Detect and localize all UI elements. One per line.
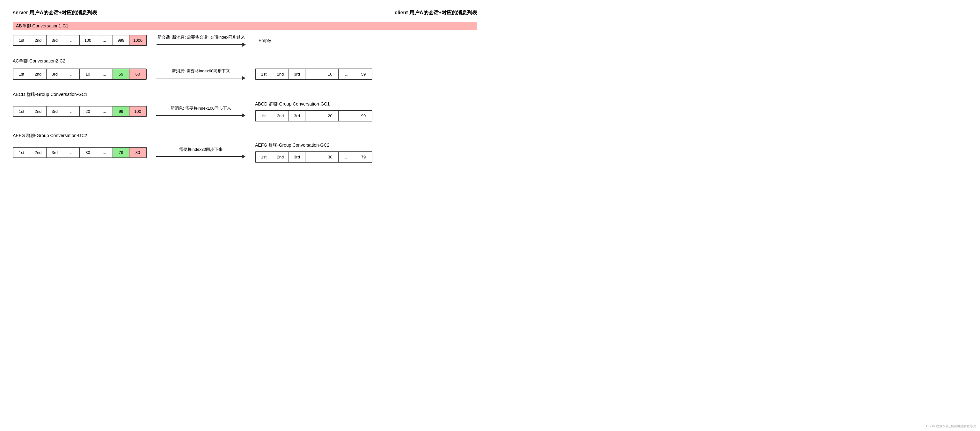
client-cell-row2-2: 3rd xyxy=(289,69,305,79)
arrow-line-row3 xyxy=(156,113,245,118)
server-cell-row2-0: 1st xyxy=(13,69,30,79)
top-headers: server 用户A的会话+对应的消息列表 client 用户A的会话+对应的消… xyxy=(13,10,477,16)
client-cell-row2-4: 10 xyxy=(322,69,339,79)
server-msg-list-row4: 1st2nd3rd..30...7980 xyxy=(13,147,146,158)
server-cell-row3-3: .. xyxy=(63,107,80,116)
client-cell-row4-0: 1st xyxy=(256,152,272,162)
server-cell-row1-3: .. xyxy=(63,35,80,45)
client-cell-row2-0: 1st xyxy=(256,69,272,79)
client-cell-row3-5: ... xyxy=(339,111,355,121)
arrow-label-row4: 需要将index80同步下来 xyxy=(179,146,223,153)
line-row2 xyxy=(156,78,242,78)
server-conv-title-row3: ABCD 群聊-Group Conversation-GC1 xyxy=(13,92,477,97)
server-cell-row3-2: 3rd xyxy=(46,107,63,116)
server-msg-list-row1: 1st2nd3rd..100...9991000 xyxy=(13,35,147,46)
client-cell-row4-5: ... xyxy=(339,152,355,162)
server-cell-row2-1: 2nd xyxy=(30,69,46,79)
row-group-row2: AC单聊-Conversation2-C21st2nd3rd..10...596… xyxy=(13,58,477,81)
server-cell-row3-0: 1st xyxy=(13,107,30,116)
server-msg-list-row3: 1st2nd3rd..20...99100 xyxy=(13,106,146,117)
arrow-area-row4: 需要将index80同步下来 xyxy=(156,146,245,159)
row-group-row1: AB单聊-Conversation1-C11st2nd3rd..100...99… xyxy=(13,22,477,47)
client-msg-list-row4: 1st2nd3rd..30...79 xyxy=(255,151,372,162)
arrowhead-row1 xyxy=(242,42,246,47)
server-conv-title-row2: AC单聊-Conversation2-C2 xyxy=(13,58,477,64)
client-msg-list-row2: 1st2nd3rd..10...59 xyxy=(255,68,372,80)
main-row-row2: 1st2nd3rd..10...5960新消息: 需要将index60同步下来1… xyxy=(13,68,477,81)
page-container: server 用户A的会话+对应的消息列表 client 用户A的会话+对应的消… xyxy=(13,10,477,162)
server-cell-row4-3: .. xyxy=(63,148,80,157)
client-side-row2: 1st2nd3rd..10...59 xyxy=(255,68,372,80)
client-cell-row3-1: 2nd xyxy=(272,111,289,121)
server-cell-row1-1: 2nd xyxy=(30,35,46,45)
server-cell-row4-1: 2nd xyxy=(30,148,46,157)
server-cell-row1-5: ... xyxy=(96,35,113,45)
client-cell-row4-2: 3rd xyxy=(289,152,305,162)
main-row-row4: 1st2nd3rd..30...7980需要将index80同步下来AEFG 群… xyxy=(13,143,477,162)
client-conv-title-row4: AEFG 群聊-Group Conversation-GC2 xyxy=(255,143,372,148)
client-cell-row2-6: 59 xyxy=(355,69,372,79)
arrow-label-row3: 新消息: 需要将index100同步下来 xyxy=(170,105,231,111)
client-side-row1: Empty xyxy=(255,38,271,43)
row-group-row4: AEFG 群聊-Group Conversation-GC21st2nd3rd.… xyxy=(13,133,477,162)
client-cell-row4-3: .. xyxy=(305,152,322,162)
server-cell-row2-6: 59 xyxy=(113,69,129,79)
diagram: AB单聊-Conversation1-C11st2nd3rd..100...99… xyxy=(13,22,477,162)
server-cell-row1-4: 100 xyxy=(80,35,96,45)
client-empty-row1: Empty xyxy=(259,38,271,43)
row-group-row3: ABCD 群聊-Group Conversation-GC11st2nd3rd.… xyxy=(13,92,477,121)
server-cell-row4-0: 1st xyxy=(13,148,30,157)
server-cell-row3-5: ... xyxy=(96,107,113,116)
server-cell-row3-1: 2nd xyxy=(30,107,46,116)
client-cell-row4-6: 79 xyxy=(355,152,372,162)
arrowhead-row2 xyxy=(242,76,245,80)
client-side-row3: ABCD 群聊-Group Conversation-GC11st2nd3rd.… xyxy=(255,101,372,121)
server-cell-row4-6: 79 xyxy=(113,148,129,157)
server-cell-row1-2: 3rd xyxy=(46,35,63,45)
server-cell-row2-4: 10 xyxy=(80,69,96,79)
arrow-area-row2: 新消息: 需要将index60同步下来 xyxy=(156,68,245,81)
server-conv-title-row1: AB单聊-Conversation1-C1 xyxy=(13,22,477,30)
server-cell-row3-6: 99 xyxy=(113,107,129,116)
server-cell-row3-7: 100 xyxy=(129,107,146,116)
arrowhead-row4 xyxy=(242,154,245,159)
arrow-label-row1: 新会话+新消息: 需要将会话+会话index同步过来 xyxy=(158,34,245,40)
server-cell-row2-2: 3rd xyxy=(46,69,63,79)
client-cell-row3-4: 20 xyxy=(322,111,339,121)
server-cell-row4-2: 3rd xyxy=(46,148,63,157)
client-cell-row3-2: 3rd xyxy=(289,111,305,121)
line-row4 xyxy=(156,156,242,157)
server-cell-row4-7: 80 xyxy=(129,148,146,157)
server-cell-row2-7: 60 xyxy=(129,69,146,79)
client-cell-row2-1: 2nd xyxy=(272,69,289,79)
server-cell-row1-7: 1000 xyxy=(129,35,146,45)
client-cell-row2-3: .. xyxy=(305,69,322,79)
arrow-area-row3: 新消息: 需要将index100同步下来 xyxy=(156,105,245,118)
client-cell-row3-0: 1st xyxy=(256,111,272,121)
client-cell-row3-6: 99 xyxy=(355,111,372,121)
client-cell-row4-4: 30 xyxy=(322,152,339,162)
client-cell-row2-5: ... xyxy=(339,69,355,79)
server-cell-row1-0: 1st xyxy=(13,35,30,45)
main-row-row1: 1st2nd3rd..100...9991000新会话+新消息: 需要将会话+会… xyxy=(13,34,477,47)
client-cell-row4-1: 2nd xyxy=(272,152,289,162)
arrow-area-row1: 新会话+新消息: 需要将会话+会话index同步过来 xyxy=(156,34,246,47)
server-cell-row3-4: 20 xyxy=(80,107,96,116)
main-row-row3: 1st2nd3rd..20...99100新消息: 需要将index100同步下… xyxy=(13,101,477,121)
line-row1 xyxy=(156,44,242,45)
client-conv-title-row3: ABCD 群聊-Group Conversation-GC1 xyxy=(255,101,372,107)
server-cell-row2-3: .. xyxy=(63,69,80,79)
server-cell-row2-5: ... xyxy=(96,69,113,79)
client-side-row4: AEFG 群聊-Group Conversation-GC21st2nd3rd.… xyxy=(255,143,372,162)
server-cell-row4-5: ... xyxy=(96,148,113,157)
server-header: server 用户A的会话+对应的消息列表 xyxy=(13,10,97,16)
line-row3 xyxy=(156,115,242,116)
arrow-line-row1 xyxy=(156,42,246,47)
server-msg-list-row2: 1st2nd3rd..10...5960 xyxy=(13,68,146,80)
server-cell-row4-4: 30 xyxy=(80,148,96,157)
arrow-line-row4 xyxy=(156,154,245,159)
arrow-line-row2 xyxy=(156,76,245,80)
client-cell-row3-3: .. xyxy=(305,111,322,121)
server-conv-title-row4: AEFG 群聊-Group Conversation-GC2 xyxy=(13,133,477,139)
server-cell-row1-6: 999 xyxy=(113,35,129,45)
